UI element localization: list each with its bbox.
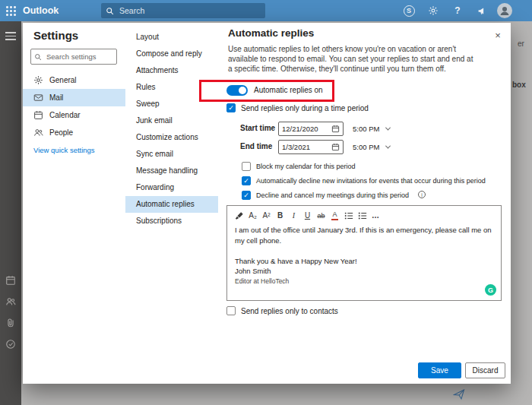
mail-nav-item-junk-email[interactable]: Junk email — [125, 112, 218, 129]
end-time-label: End time — [240, 142, 272, 150]
panel-title: Automatic replies — [228, 27, 314, 39]
start-date-field[interactable]: 12/21/2020 — [278, 122, 344, 136]
outlook-window: Outlook S ? er box — [0, 0, 532, 405]
hamburger-icon[interactable] — [5, 30, 16, 43]
calendar-icon[interactable] — [5, 275, 16, 286]
underline-icon[interactable]: U — [302, 210, 313, 221]
attachment-icon[interactable] — [5, 318, 16, 328]
mail-nav-item-forwarding[interactable]: Forwarding — [125, 179, 218, 196]
checkbox-label: Send replies only during a time period — [241, 103, 369, 113]
grammarly-icon[interactable]: G — [485, 284, 496, 296]
search-icon — [106, 7, 114, 15]
panel-description: Use automatic replies to let others know… — [228, 44, 479, 74]
reply-message-body[interactable]: I am out of the office until January 3rd… — [227, 223, 501, 286]
settings-nav-people[interactable]: People — [23, 124, 125, 141]
calendar-icon — [331, 143, 340, 151]
view-quick-settings-link[interactable]: View quick settings — [33, 146, 95, 154]
app-name: Outlook — [23, 0, 59, 21]
left-rail — [0, 21, 21, 405]
checkbox-label: Decline and cancel my meetings during th… — [256, 191, 409, 201]
mail-nav-item-automatic-replies[interactable]: Automatic replies — [125, 196, 218, 213]
mail-nav-item-subscriptions[interactable]: Subscriptions — [125, 213, 218, 229]
todo-icon[interactable] — [5, 339, 16, 350]
nav-label: Mail — [49, 93, 63, 102]
decline-cancel-meetings-checkbox-row[interactable]: ✓ Decline and cancel my meetings during … — [242, 191, 426, 201]
mail-icon — [33, 93, 43, 103]
checkbox-checked[interactable]: ✓ — [226, 103, 236, 112]
mail-nav-item-customize-actions[interactable]: Customize actions — [125, 129, 218, 146]
mail-nav-item-compose-and-reply[interactable]: Compose and reply — [125, 46, 218, 62]
end-date-value: 1/3/2021 — [282, 143, 310, 151]
calendar-icon — [33, 110, 43, 120]
save-button[interactable]: Save — [418, 362, 461, 378]
format-painter-icon[interactable] — [233, 210, 245, 221]
end-time-dropdown[interactable]: 5:00 PM — [353, 140, 390, 154]
italic-icon[interactable]: I — [288, 210, 299, 221]
settings-search-input[interactable] — [45, 52, 113, 62]
checkbox-checked[interactable]: ✓ — [242, 191, 251, 200]
chevron-down-icon — [385, 144, 391, 149]
close-icon[interactable]: × — [490, 27, 505, 43]
end-date-field[interactable]: 1/3/2021 — [278, 140, 344, 154]
megaphone-icon[interactable] — [471, 0, 492, 21]
search-icon — [34, 53, 42, 61]
numbered-list-icon[interactable] — [356, 210, 368, 221]
contacts-only-checkbox-row[interactable]: Send replies only to contacts — [226, 306, 338, 316]
settings-nav-mail[interactable]: Mail — [23, 89, 125, 106]
avatar[interactable] — [497, 3, 512, 18]
time-period-checkbox-row[interactable]: ✓ Send replies only during a time period — [226, 103, 369, 113]
checkbox-checked[interactable]: ✓ — [242, 176, 251, 185]
font-color-icon[interactable]: A — [329, 210, 340, 221]
skype-icon[interactable]: S — [398, 0, 420, 21]
calendar-icon — [331, 125, 340, 133]
mail-nav-item-sync-email[interactable]: Sync email — [125, 146, 218, 163]
nav-label: Calendar — [49, 111, 81, 119]
bullet-list-icon[interactable] — [343, 210, 354, 221]
settings-title: Settings — [33, 29, 78, 42]
start-time-value: 5:00 PM — [353, 125, 379, 133]
message-line: John Smith — [235, 266, 493, 277]
people-icon[interactable] — [5, 296, 16, 307]
mail-nav-item-rules[interactable]: Rules — [125, 79, 218, 96]
checkmark-icon: ✓ — [228, 104, 234, 112]
decline-invitations-checkbox-row[interactable]: ✓ Automatically decline new invitations … — [242, 176, 486, 186]
automatic-replies-panel: Automatic replies × Use automatic replie… — [218, 23, 511, 384]
settings-nav-general[interactable]: General — [23, 71, 125, 89]
mail-nav-item-sweep[interactable]: Sweep — [125, 96, 218, 112]
toggle-label: Automatic replies on — [254, 85, 323, 96]
message-line: I am out of the office until January 3rd… — [235, 225, 493, 245]
block-calendar-checkbox-row[interactable]: Block my calendar for this period — [242, 162, 356, 172]
discard-button[interactable]: Discard — [465, 362, 505, 378]
subscript-icon[interactable]: A₂ — [247, 210, 258, 221]
message-line — [235, 245, 493, 256]
automatic-replies-toggle[interactable] — [226, 85, 248, 96]
mail-nav-item-attachments[interactable]: Attachments — [125, 62, 218, 79]
mail-nav-item-layout[interactable]: Layout — [125, 29, 218, 46]
checkbox-unchecked[interactable] — [242, 162, 251, 171]
background-text-fragment: box — [512, 81, 526, 89]
strikethrough-icon[interactable]: ab — [315, 210, 327, 221]
settings-sidebar: Settings General Mail Calendar People — [23, 23, 125, 384]
start-time-dropdown[interactable]: 5:00 PM — [353, 122, 390, 136]
editor-toolbar: A₂ A² B I U ab A … — [227, 206, 501, 223]
app-launcher-icon[interactable] — [5, 5, 17, 17]
settings-gear-icon[interactable] — [423, 0, 444, 21]
more-options-icon[interactable]: … — [370, 210, 382, 221]
start-time-label: Start time — [240, 124, 275, 132]
superscript-icon[interactable]: A² — [261, 210, 272, 221]
mail-nav-item-message-handling[interactable]: Message handling — [125, 163, 218, 179]
toggle-knob — [239, 87, 246, 94]
reply-message-editor[interactable]: A₂ A² B I U ab A … I am out of the offic… — [226, 205, 502, 301]
info-icon[interactable]: i — [418, 191, 426, 198]
person-icon — [499, 5, 511, 17]
settings-dialog: Settings General Mail Calendar People — [23, 23, 511, 384]
settings-search[interactable] — [30, 49, 117, 65]
topbar-search[interactable] — [101, 3, 265, 18]
checkbox-unchecked[interactable] — [226, 306, 236, 315]
bold-icon[interactable]: B — [274, 210, 286, 221]
help-icon[interactable]: ? — [447, 0, 468, 21]
end-time-value: 5:00 PM — [353, 143, 379, 151]
mail-settings-nav: Layout Compose and reply Attachments Rul… — [125, 23, 218, 384]
settings-nav-calendar[interactable]: Calendar — [23, 106, 125, 124]
topbar-search-input[interactable] — [118, 5, 261, 16]
